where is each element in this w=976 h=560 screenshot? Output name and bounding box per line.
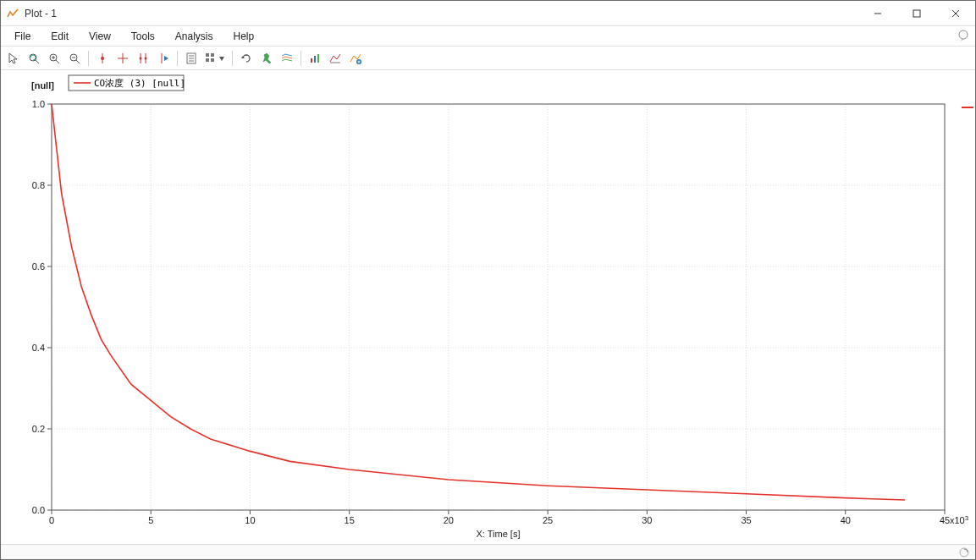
- pin-button[interactable]: [257, 49, 276, 68]
- y-tick-label: 0.0: [32, 505, 45, 515]
- svg-line-13: [76, 60, 80, 63]
- x-tick-label: 20: [444, 515, 454, 525]
- zoom-out-button[interactable]: [65, 49, 84, 68]
- plot-frame: [52, 104, 945, 510]
- help-balloon-icon[interactable]: [957, 29, 970, 42]
- svg-point-5: [959, 30, 968, 39]
- add-chart-button[interactable]: [346, 49, 365, 68]
- svg-rect-36: [311, 58, 312, 63]
- window-title: Plot - 1: [25, 8, 57, 19]
- x-tick-label: 5: [148, 515, 153, 525]
- svg-marker-35: [263, 53, 271, 63]
- maximize-button[interactable]: [897, 1, 936, 26]
- menu-view[interactable]: View: [79, 28, 121, 45]
- menubar: File Edit View Tools Analysis Help: [1, 26, 975, 47]
- x-tick-label: 15: [345, 515, 355, 525]
- statusbar: [1, 544, 975, 559]
- close-button[interactable]: [936, 1, 975, 26]
- y-tick-label: 0.4: [32, 343, 45, 353]
- dual-marker-button[interactable]: [134, 49, 152, 68]
- y-tick-label: 1.0: [32, 99, 45, 109]
- single-marker-button[interactable]: [93, 49, 112, 68]
- legend-label: CO浓度 (3) [null]: [94, 78, 185, 89]
- app-window: Plot - 1 File Edit View Tools Analysis H…: [0, 0, 976, 560]
- svg-point-16: [101, 57, 104, 60]
- plot-area[interactable]: 0510152025303540450.00.20.40.60.81.0[nul…: [1, 70, 975, 544]
- x-exponent-label: x103: [950, 514, 969, 525]
- line-chart-button[interactable]: [326, 49, 345, 68]
- svg-rect-2: [913, 10, 920, 17]
- svg-point-21: [140, 57, 142, 59]
- grid-dropdown-button[interactable]: [202, 49, 228, 68]
- reset-zoom-button[interactable]: [25, 49, 43, 68]
- x-tick-label: 35: [741, 515, 751, 525]
- toolbar: [1, 47, 975, 70]
- svg-point-22: [145, 57, 147, 59]
- arrow-cursor-button[interactable]: [4, 49, 23, 68]
- refresh-button[interactable]: [237, 49, 256, 68]
- y-axis-label: [null]: [31, 80, 54, 91]
- menu-tools[interactable]: Tools: [121, 28, 165, 45]
- svg-line-9: [56, 60, 59, 63]
- play-marker-button[interactable]: [154, 49, 173, 68]
- svg-marker-24: [164, 56, 168, 61]
- svg-rect-38: [317, 54, 319, 63]
- minimize-button[interactable]: [858, 1, 897, 26]
- menu-file[interactable]: File: [4, 28, 41, 45]
- menu-edit[interactable]: Edit: [41, 28, 79, 45]
- y-tick-label: 0.6: [32, 261, 45, 272]
- app-icon: [6, 7, 19, 20]
- x-tick-label: 30: [642, 515, 652, 525]
- y-tick-label: 0.8: [32, 180, 45, 190]
- status-refresh-icon[interactable]: [958, 546, 970, 558]
- svg-rect-32: [211, 58, 214, 62]
- cross-marker-button[interactable]: [113, 49, 132, 68]
- svg-rect-31: [206, 58, 209, 62]
- x-tick-label: 0: [49, 515, 54, 525]
- titlebar: Plot - 1: [1, 1, 975, 26]
- x-tick-label: 10: [245, 515, 255, 525]
- clipboard-list-button[interactable]: [182, 49, 201, 68]
- bar-chart-button[interactable]: [306, 49, 324, 68]
- svg-rect-30: [211, 53, 214, 57]
- x-tick-label: 25: [543, 515, 553, 525]
- svg-rect-29: [206, 53, 209, 57]
- y-tick-label: 0.2: [32, 424, 45, 434]
- x-axis-label: X: Time [s]: [477, 529, 521, 539]
- layers-button[interactable]: [278, 49, 296, 68]
- zoom-in-button[interactable]: [45, 49, 63, 68]
- x-tick-label: 40: [841, 515, 851, 525]
- menu-help[interactable]: Help: [223, 28, 265, 45]
- svg-line-7: [36, 60, 39, 63]
- svg-rect-37: [314, 56, 316, 63]
- series-line: [52, 104, 905, 500]
- x-tick-label: 45: [940, 515, 950, 525]
- menu-analysis[interactable]: Analysis: [165, 28, 223, 45]
- svg-marker-33: [219, 57, 224, 61]
